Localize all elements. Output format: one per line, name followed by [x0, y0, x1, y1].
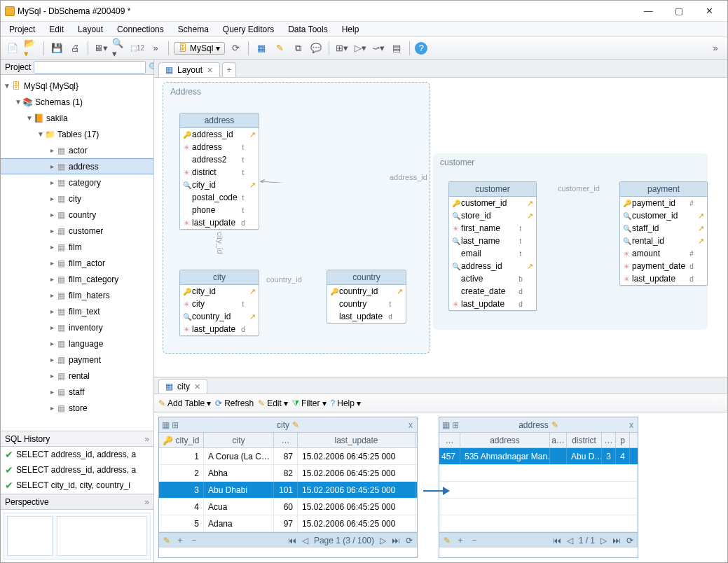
menu-schema[interactable]: Schema	[178, 25, 209, 34]
close-icon[interactable]: ✕	[207, 66, 213, 75]
add-table-button[interactable]: ✎Add Table▾	[158, 398, 211, 408]
tree-table-film_category[interactable]: ▸▦film_category	[1, 271, 153, 287]
menu-edit[interactable]: Edit	[49, 25, 64, 34]
search-input[interactable]	[34, 61, 146, 74]
pencil-icon[interactable]: ✎	[444, 536, 451, 545]
last-page-icon[interactable]: ⏭	[612, 536, 621, 545]
tree-table-rental[interactable]: ▸▦rental	[1, 368, 153, 384]
close-icon[interactable]: x	[629, 420, 633, 430]
data-grid-address[interactable]: ▦⊞address✎x…addressa…district…p457535 Ah…	[439, 417, 638, 558]
tree-table-address[interactable]: ▸▦address	[1, 158, 153, 174]
entity-payment[interactable]: payment🔑payment_id#🔍customer_id↗🔍staff_i…	[619, 181, 708, 286]
zoom-icon[interactable]: 🔍▾	[111, 41, 127, 56]
tree-table-language[interactable]: ▸▦language	[1, 335, 153, 352]
add-row-icon[interactable]: ＋	[176, 534, 184, 546]
data-grid-city[interactable]: ▦⊞city✎x🔑city_idcity…last_update1A Corua…	[158, 417, 418, 558]
perspective-thumbnail[interactable]	[4, 513, 151, 559]
menu-help[interactable]: Help	[342, 25, 359, 34]
overflow-icon[interactable]: »	[144, 434, 149, 444]
table-row[interactable]: 2Abha8215.02.2006 06:45:25 000	[159, 465, 417, 482]
remove-row-icon[interactable]: －	[190, 534, 198, 546]
pencil-icon[interactable]: ✎	[272, 41, 287, 56]
entity-address[interactable]: address🔑address_id↗✳addresstaddress2t✳di…	[179, 113, 259, 230]
maximize-button[interactable]: ▢	[665, 1, 693, 21]
next-page-icon[interactable]: ▷	[600, 536, 607, 545]
tree-table-film_haters[interactable]: ▸▦film_haters	[1, 287, 153, 303]
edit-button[interactable]: ✎Edit▾	[258, 398, 288, 408]
sql-icon[interactable]: ▷▾	[352, 41, 368, 56]
next-page-icon[interactable]: ▷	[380, 536, 386, 545]
close-button[interactable]: ✕	[695, 1, 723, 21]
table-row[interactable]: 3Abu Dhabi10115.02.2006 06:45:25 000	[159, 482, 417, 499]
refresh-icon[interactable]: ⟳	[406, 536, 413, 545]
tree-table-film[interactable]: ▸▦film	[1, 239, 153, 255]
entity-country[interactable]: country🔑country_id↗countrytlast_updated	[327, 270, 406, 324]
add-tab-button[interactable]: +	[222, 62, 236, 77]
menu-project[interactable]: Project	[9, 25, 35, 34]
history-item[interactable]: ✔SELECT address_id, address, a	[1, 447, 153, 462]
tree-table-film_actor[interactable]: ▸▦film_actor	[1, 255, 153, 271]
table-row[interactable]: 4Acua6015.02.2006 06:45:25 000	[159, 499, 417, 515]
diagram-canvas[interactable]: Address customer city_id coun	[154, 78, 727, 377]
export-icon[interactable]: ⤻▾	[371, 41, 386, 56]
table-plus-icon[interactable]: ⊞▾	[334, 41, 350, 56]
save-icon[interactable]: 💾	[49, 41, 64, 56]
history-item[interactable]: ✔SELECT city_id, city, country_i	[1, 478, 153, 493]
tree-table-store[interactable]: ▸▦store	[1, 400, 153, 416]
table-edit-icon[interactable]: ▤	[389, 41, 404, 56]
minimize-button[interactable]: —	[634, 1, 662, 21]
overflow-icon[interactable]: »	[708, 41, 723, 56]
menu-layout[interactable]: Layout	[78, 25, 103, 34]
menu-data-tools[interactable]: Data Tools	[288, 25, 327, 34]
forward-icon[interactable]: »	[148, 41, 163, 56]
close-icon[interactable]: x	[408, 420, 413, 430]
tree-table-category[interactable]: ▸▦category	[1, 174, 153, 190]
help-icon[interactable]: ?	[415, 42, 427, 55]
connection-selector[interactable]: 🗄 MySql ▾	[174, 42, 225, 55]
pencil-icon[interactable]: ✎	[163, 536, 170, 545]
tree-table-actor[interactable]: ▸▦actor	[1, 142, 153, 158]
grid-icon[interactable]: ▦	[254, 41, 269, 56]
copy-icon[interactable]: ⧉	[290, 41, 305, 56]
refresh-icon[interactable]: ⟳	[228, 41, 243, 56]
overflow-icon[interactable]: »	[144, 497, 149, 507]
tab-layout[interactable]: ▦ Layout ✕	[158, 62, 220, 77]
tab-city-browse[interactable]: ▦ city ✕	[158, 379, 207, 394]
tree-table-customer[interactable]: ▸▦customer	[1, 223, 153, 239]
menu-query-editors[interactable]: Query Editors	[223, 25, 274, 34]
browse-toolbar: ✎Add Table▾ ⟳Refresh ✎Edit▾ ⧩Filter▾ ?He…	[154, 394, 727, 412]
open-icon[interactable]: 📂▾	[23, 41, 39, 56]
filter-button[interactable]: ⧩Filter▾	[292, 398, 327, 408]
remove-row-icon[interactable]: －	[470, 534, 479, 546]
entity-customer[interactable]: customer🔑customer_id↗🔍store_id↗✳first_na…	[448, 181, 537, 311]
new-icon[interactable]: 📄	[5, 41, 20, 56]
prev-page-icon[interactable]: ◁	[302, 536, 308, 545]
menu-connections[interactable]: Connections	[117, 25, 164, 34]
monitor-icon[interactable]: 🖥▾	[93, 41, 109, 56]
tree-table-country[interactable]: ▸▦country	[1, 207, 153, 223]
tree-table-inventory[interactable]: ▸▦inventory	[1, 319, 153, 335]
refresh-button[interactable]: ⟳Refresh	[215, 398, 254, 408]
close-icon[interactable]: ✕	[194, 382, 200, 391]
tree-table-city[interactable]: ▸▦city	[1, 190, 153, 207]
table-row[interactable]: 457535 Ahmadnagar Man…Abu D…34	[439, 448, 638, 465]
db-icon: 🗄	[179, 43, 187, 53]
last-page-icon[interactable]: ⏭	[392, 536, 400, 545]
history-item[interactable]: ✔SELECT address_id, address, a	[1, 462, 153, 478]
help-button[interactable]: ?Help▾	[331, 398, 361, 408]
project-tree[interactable]: ▼🗄MySql {MySql}▼📚Schemas (1)▼📙sakila▼📁Ta…	[1, 75, 153, 431]
badge-12-icon[interactable]: ⬚12	[130, 41, 145, 56]
table-row[interactable]: 5Adana9715.02.2006 06:45:25 000	[159, 515, 417, 532]
refresh-icon[interactable]: ⟳	[626, 536, 633, 545]
comment-icon[interactable]: 💬	[308, 41, 324, 56]
tree-table-staff[interactable]: ▸▦staff	[1, 384, 153, 400]
tree-table-film_text[interactable]: ▸▦film_text	[1, 303, 153, 319]
print-icon[interactable]: 🖨	[67, 41, 83, 56]
entity-city[interactable]: city🔑city_id↗✳cityt🔍country_id↗✳last_upd…	[179, 270, 259, 336]
first-page-icon[interactable]: ⏮	[553, 536, 561, 545]
tree-table-payment[interactable]: ▸▦payment	[1, 352, 153, 368]
first-page-icon[interactable]: ⏮	[288, 536, 296, 545]
table-row[interactable]: 1A Corua (La C…8715.02.2006 06:45:25 000	[159, 448, 417, 465]
add-row-icon[interactable]: ＋	[456, 534, 465, 546]
prev-page-icon[interactable]: ◁	[567, 536, 573, 545]
